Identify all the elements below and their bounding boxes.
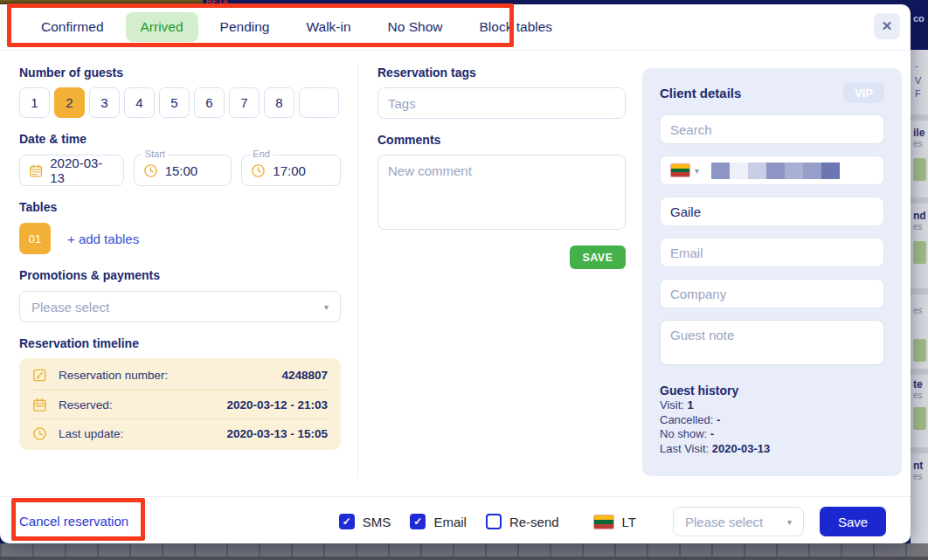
guest-note-input[interactable] [660,320,884,365]
guest-option[interactable]: 2 [54,87,85,118]
tab-arrived[interactable]: Arrived [126,12,198,42]
background-status-chip [913,241,926,264]
clock-icon [143,163,158,178]
date-field[interactable]: 2020-03-13 [19,155,124,186]
sms-label: SMS [363,515,391,529]
comment-save-button[interactable]: SAVE [570,245,626,269]
sms-checkbox[interactable]: ✓ [339,514,355,529]
tags-section-label: Reservation tags [377,66,626,80]
background-bottom-bar [0,557,928,560]
reserved-datetime: 2020-03-12 - 21:03 [226,398,328,411]
client-search-input[interactable] [660,114,884,144]
chevron-down-icon: ▾ [695,166,699,176]
client-email-input[interactable] [660,238,884,267]
re-send-checkbox[interactable]: ✓ [486,514,502,529]
guest-option[interactable]: 4 [124,87,155,118]
background-list-item: te es [913,379,928,401]
guest-option[interactable]: 3 [89,87,120,118]
reservation-number: 4248807 [281,369,328,382]
tab-no-show[interactable]: No Show [373,12,458,42]
background-divider [911,447,928,453]
guests-section-label: Number of guests [19,66,341,80]
check-icon: ✓ [343,516,351,527]
add-tables-link[interactable]: + add tables [67,232,139,246]
client-details-title: Client details [660,86,741,100]
background-divider [911,369,928,375]
reservation-details-column: Number of guests 1 2 3 4 5 6 7 8 Date & … [19,66,341,450]
last-visit-date: 2020-03-13 [712,442,771,455]
history-row: Cancelled: - [660,413,884,427]
end-legend: End [250,149,273,159]
footer-divider [0,496,911,497]
no-show-count: - [710,427,714,440]
guest-option[interactable]: 1 [19,87,50,118]
phone-redacted [711,162,840,179]
phone-field[interactable]: ▾ [660,156,884,185]
background-divider [911,288,928,294]
background-list-item: es [913,306,928,316]
table-chip[interactable]: 01 [19,223,51,254]
background-list-item: nd es [913,211,928,232]
tab-confirmed[interactable]: Confirmed [26,12,119,42]
timeline-label: Last update: [59,427,123,440]
comments-section-label: Comments [377,133,626,147]
footer-select[interactable]: Please select ▾ [673,507,804,536]
tab-walk-in[interactable]: Walk-in [292,12,366,42]
column-divider [357,66,358,478]
footer-select-value: Please select [685,515,763,529]
tables-row: 01 + add tables [19,223,341,254]
promotions-select[interactable]: Please select ▾ [19,291,341,322]
background-list-item: nt es [913,460,928,482]
lithuania-flag-icon[interactable] [594,515,613,529]
start-time-value: 15:00 [165,163,198,178]
end-time-field[interactable]: End 17:00 [241,155,341,186]
email-checkbox[interactable]: ✓ [410,514,426,529]
datetime-row: 2020-03-13 Start 15:00 End 17:00 [19,155,341,186]
guest-option-custom[interactable] [299,87,339,118]
background-text-fragment: V [915,75,921,86]
history-row: No show: - [660,427,884,441]
visit-count: 1 [688,398,694,411]
background-status-chip [913,158,926,181]
vip-badge[interactable]: VIP [843,82,884,103]
pencil-icon [32,368,47,383]
tab-block-tables[interactable]: Block tables [465,12,568,42]
history-row: Visit: 1 [660,398,884,412]
tab-pending[interactable]: Pending [205,12,285,42]
close-button[interactable]: ✕ [874,13,900,39]
lithuania-flag-icon[interactable] [671,164,689,176]
clock-icon [251,163,266,178]
end-time-value: 17:00 [273,163,306,178]
clock-icon [32,426,47,441]
timeline-section-label: Reservation timeline [19,336,341,350]
tags-comments-column: Reservation tags Comments SAVE [377,66,626,269]
calendar-icon [29,163,43,178]
language-code: LT [622,515,636,529]
background-divider [911,197,928,204]
close-icon: ✕ [882,18,893,34]
start-legend: Start [142,149,168,159]
background-text-fragment: co [913,13,925,24]
cancelled-count: - [717,413,720,426]
background-right-strip: co - V F ile es nd es es te es nt es [911,0,928,560]
guest-option[interactable]: 6 [194,87,225,118]
guest-option[interactable]: 8 [264,87,294,118]
client-company-input[interactable] [660,279,884,308]
save-button[interactable]: Save [820,507,886,536]
client-name-input[interactable] [660,197,884,226]
calendar-icon [32,398,47,412]
chevron-down-icon: ▾ [787,517,792,527]
timeline-row: Reserved: 2020-03-12 - 21:03 [32,390,328,418]
start-time-field[interactable]: Start 15:00 [134,155,232,186]
client-details-panel: Client details VIP ▾ Guest history Visit… [642,68,902,476]
cancel-reservation-link[interactable]: Cancel reservation [19,514,128,529]
guest-option[interactable]: 5 [159,87,190,118]
timeline-label: Reserved: [59,398,113,411]
guest-option[interactable]: 7 [229,87,260,118]
tags-input[interactable] [377,87,626,119]
comment-input[interactable] [377,155,626,230]
background-text-fragment: - [915,60,918,71]
status-tabbar: Confirmed Arrived Pending Walk-in No Sho… [0,4,911,51]
background-text-fragment: F [915,88,921,99]
timeline-row: Reservation number: 4248807 [32,361,328,390]
